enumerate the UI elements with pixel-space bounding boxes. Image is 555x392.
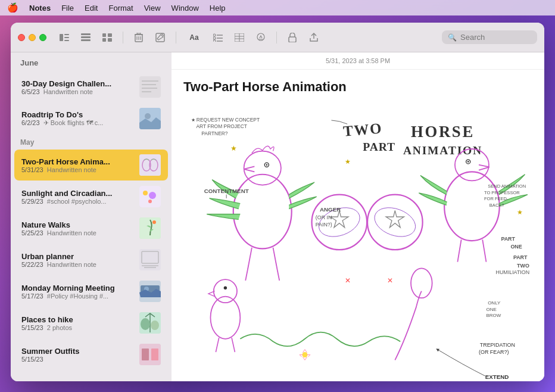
sidebar-header-june: June: [11, 52, 172, 71]
trash-icon: [135, 33, 143, 42]
menu-edit[interactable]: Edit: [85, 4, 98, 13]
close-button[interactable]: [18, 34, 25, 41]
svg-rect-31: [289, 37, 296, 42]
menu-help[interactable]: Help: [210, 4, 226, 13]
svg-text:PART: PART: [513, 254, 528, 260]
note-text-0: 30-Day Design Challen... 6/5/23 Handwrit…: [21, 79, 133, 95]
svg-rect-0: [60, 34, 63, 41]
svg-text:FOR FEED-: FOR FEED-: [484, 196, 509, 201]
note-text-6: Monday Morning Meeting 5/17/23 #Policy #…: [21, 284, 133, 300]
menu-file[interactable]: File: [61, 4, 74, 13]
svg-rect-4: [81, 33, 91, 35]
note-text-5: Urban planner 5/22/23 Handwritten note: [21, 252, 133, 268]
svg-text:BACK?: BACK?: [489, 203, 504, 208]
note-thumb-7: [139, 312, 161, 334]
attachment-button[interactable]: [252, 29, 269, 46]
editor-content[interactable]: Two-Part Horse Animation TWO PART HORSE …: [172, 70, 544, 381]
svg-rect-1: [64, 34, 69, 35]
svg-point-43: [143, 191, 148, 195]
minimize-button[interactable]: [29, 34, 36, 41]
menu-view[interactable]: View: [144, 4, 161, 13]
svg-text:ONE: ONE: [486, 307, 496, 312]
note-item-7[interactable]: Places to hike 5/15/23 2 photos: [14, 307, 168, 338]
svg-text:EXTEND: EXTEND: [485, 374, 509, 380]
format-button[interactable]: Aa: [183, 29, 205, 46]
svg-rect-7: [102, 33, 106, 37]
svg-point-69: [266, 164, 268, 166]
share-icon: [309, 33, 319, 42]
note-text-2: Two-Part Horse Anima... 5/31/23 Handwrit…: [21, 157, 133, 173]
svg-text:ANGER: ANGER: [320, 206, 341, 213]
table-button[interactable]: [231, 29, 248, 46]
note-text-8: Summer Outfits 5/15/23: [21, 347, 133, 363]
search-icon: 🔍: [448, 33, 457, 42]
note-title-3: Sunlight and Circadian...: [21, 189, 133, 198]
editor-timestamp: 5/31, 2023 at 3:58 PM: [172, 52, 544, 70]
svg-text:★: ★: [517, 209, 523, 216]
note-item-4[interactable]: Nature Walks 5/25/23 Handwritten note: [14, 213, 168, 244]
search-box[interactable]: 🔍: [442, 30, 537, 44]
svg-rect-8: [108, 33, 112, 37]
note-thumb-2: [139, 154, 161, 176]
sidebar-toggle-button[interactable]: [56, 29, 73, 46]
checklist-button[interactable]: [210, 29, 226, 46]
svg-rect-13: [137, 33, 141, 34]
delete-button[interactable]: [130, 29, 147, 46]
svg-rect-9: [102, 38, 106, 42]
compose-button[interactable]: [152, 29, 169, 46]
svg-rect-60: [151, 349, 158, 360]
svg-text:TREPIDATION: TREPIDATION: [480, 342, 515, 348]
note-meta-7: 5/15/23 2 photos: [21, 324, 133, 331]
note-item-8[interactable]: Summer Outfits 5/15/23: [14, 339, 168, 370]
share-button[interactable]: [305, 29, 322, 46]
note-meta-5: 5/22/23 Handwritten note: [21, 261, 133, 268]
note-item-1[interactable]: Roadtrip To Do's 6/2/23 ✈ Book flights 🗺…: [14, 103, 168, 134]
sidebar: June 30-Day Design Challen... 6/5/23 Han…: [11, 52, 172, 381]
menu-notes[interactable]: Notes: [29, 4, 51, 13]
svg-rect-5: [81, 36, 91, 38]
attachment-icon: [257, 33, 265, 42]
search-input[interactable]: [460, 33, 531, 42]
svg-point-56: [141, 318, 150, 330]
note-item-5[interactable]: Urban planner 5/22/23 Handwritten note: [14, 244, 168, 275]
note-meta-8: 5/15/23: [21, 356, 133, 363]
svg-text:PAIN?): PAIN?): [316, 222, 332, 228]
note-text-7: Places to hike 5/15/23 2 photos: [21, 315, 133, 331]
svg-text:(OR IN: (OR IN: [316, 214, 332, 220]
note-thumb-1: [139, 108, 161, 129]
svg-text:HUMILIATION: HUMILIATION: [496, 269, 530, 275]
note-title-4: Nature Walks: [21, 220, 133, 229]
menu-format[interactable]: Format: [108, 4, 133, 13]
note-item-6[interactable]: Monday Morning Meeting 5/17/23 #Policy #…: [14, 276, 168, 307]
note-title-2: Two-Part Horse Anima...: [21, 157, 133, 166]
lock-button[interactable]: [284, 29, 301, 46]
toolbar-sep-1: [123, 32, 123, 43]
note-meta-4: 5/25/23 Handwritten note: [21, 229, 133, 237]
svg-text:ONE: ONE: [510, 244, 522, 250]
apple-menu[interactable]: 🍎: [7, 2, 18, 13]
gallery-view-button[interactable]: [99, 29, 116, 46]
menu-window[interactable]: Window: [172, 4, 199, 13]
notes-list: 30-Day Design Challen... 6/5/23 Handwrit…: [11, 71, 172, 381]
note-item-2[interactable]: Two-Part Horse Anima... 5/31/23 Handwrit…: [14, 150, 168, 181]
list-view-icon: [81, 33, 91, 42]
traffic-lights: [18, 34, 46, 41]
note-title-0: 30-Day Design Challen...: [21, 79, 133, 88]
svg-point-45: [148, 200, 152, 203]
toolbar-sep-3: [276, 32, 277, 43]
menubar: 🍎 Notes File Edit Format View Window Hel…: [0, 0, 555, 15]
list-view-button[interactable]: [77, 29, 94, 46]
svg-rect-10: [108, 38, 112, 42]
svg-text:★: ★: [230, 144, 237, 153]
svg-text:PARTNER?: PARTNER?: [201, 130, 228, 136]
svg-point-23: [213, 40, 216, 42]
maximize-button[interactable]: [39, 34, 46, 41]
note-item-0[interactable]: 30-Day Design Challen... 6/5/23 Handwrit…: [14, 71, 168, 102]
svg-text:TO PROFESSOR: TO PROFESSOR: [484, 190, 520, 195]
sketch-area[interactable]: TWO PART HORSE ANIMATION: [172, 105, 544, 381]
note-item-3[interactable]: Sunlight and Circadian... 5/29/23 #schoo…: [14, 181, 168, 212]
note-title-6: Monday Morning Meeting: [21, 284, 133, 293]
note-meta-0: 6/5/23 Handwritten note: [21, 88, 133, 95]
svg-text:(OR FEAR?): (OR FEAR?): [479, 349, 509, 355]
note-thumb-6: [139, 281, 161, 302]
